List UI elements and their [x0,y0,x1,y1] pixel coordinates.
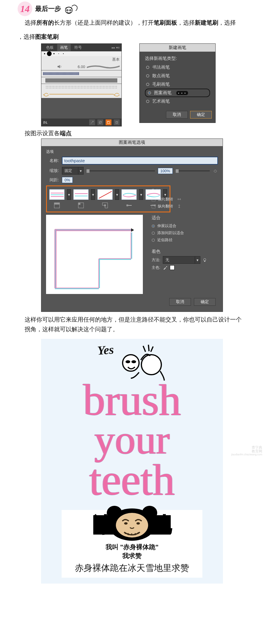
keycolor-swatch[interactable] [170,265,175,270]
tile-arrow-1[interactable]: ▾ [67,189,71,200]
brush-word-3: teeth [89,457,175,502]
paragraph-2: 这样你可以用它来应用任何的地方，但是注意路径不能交叉，你也可以自己设计一个拐角，… [25,315,246,334]
paragraph-1b: ，选择，选择 ，选择图案笔刷 [25,32,246,42]
svg-rect-17 [54,203,60,204]
radio-scatter[interactable]: 散点画笔 [145,72,210,80]
svg-rect-8 [116,122,118,124]
brush-gold-row[interactable] [41,90,121,98]
tile-arrow-4[interactable]: ▾ [139,189,143,200]
scale-mode-select[interactable]: 固定 ▾ [62,167,84,175]
brush-texture-1[interactable] [41,70,121,77]
spacing-label: 间距: [46,178,59,183]
chevron-down-icon: ▾ [78,167,84,175]
tab-symbols[interactable]: 符号 [71,44,85,51]
method-label: 方法: [152,257,160,263]
ok-button[interactable]: 确定 [190,111,212,119]
cancel-button[interactable]: 取消 [166,111,188,119]
meme-line-2: 我求赞 [122,552,142,560]
new-brush-button[interactable] [106,119,111,125]
tile-corner-out[interactable] [73,189,89,200]
svg-point-30 [141,355,161,375]
tab-swatches[interactable]: 色板 [43,44,57,51]
tile-arrow-3[interactable]: ▾ [115,189,119,200]
brush-stroke-row[interactable]: 6.00 [41,63,121,70]
brush-preview [46,215,143,294]
svg-rect-26 [204,261,205,262]
options-cancel-button[interactable]: 取消 [169,298,191,306]
face-doodle-icon [64,3,79,14]
panda-face-icon [101,504,163,542]
tile-pos-outer-icon [73,202,89,209]
artwork-canvas: Yes brush your teeth 冰天雪地 [41,339,223,584]
radio-pattern[interactable]: 图案画笔• • • [145,89,210,97]
svg-rect-21 [126,204,128,206]
flip-title: 翻转 [152,188,218,194]
brush-word-1: brush [83,378,181,422]
tab-brushes[interactable]: 画笔 [57,44,71,51]
dialog-title: 新建画笔 [140,44,215,52]
coloring-title: 着色 [152,249,218,254]
brush-word-2: your [94,419,170,461]
ellipsis-icon: • • • [176,91,188,95]
svg-point-28 [126,360,130,363]
panel-footer-label: IN. [43,120,48,125]
keycolor-label: 主色: [152,265,160,270]
chevron-down-icon: ▾ [195,256,200,264]
svg-point-1 [67,10,68,11]
scale-slider-right[interactable] [176,169,210,172]
step-title: 最后一步 [35,4,61,13]
link-icon[interactable] [213,168,218,173]
tile-pos-inner-icon [97,202,113,209]
eyedropper-icon[interactable] [163,265,167,270]
name-input[interactable] [62,157,218,165]
brush-size-strip[interactable] [41,51,121,56]
name-label: 名称: [46,158,59,163]
spacing-value[interactable]: 0% [62,177,73,183]
flip-v-checkbox[interactable]: 纵向翻转 [152,203,218,210]
flip-h-checkbox[interactable]: 横向翻转 [152,196,218,203]
pattern-brush-options-dialog: 图案画笔选项 选项 名称: 缩放: 固定 ▾ 100% [41,138,223,312]
brush-texture-3[interactable] [41,84,121,90]
fit-approx-radio[interactable]: 近似路径 [152,236,218,244]
tile-side[interactable] [49,189,65,200]
radio-calligraphy[interactable]: 书法画笔 [145,63,210,72]
flip-v-icon [177,204,181,208]
svg-rect-7 [108,121,109,122]
tile-start[interactable] [121,189,137,200]
svg-rect-20 [104,204,106,206]
options-section-label: 选项 [46,149,218,154]
tile-end[interactable] [145,189,161,200]
scale-label: 缩放: [46,168,59,173]
brushes-panel: 色板 画笔 符号 ▸▸ ▾≡ 基本 6.00 [41,43,122,126]
paragraph-endpoints: 按图示设置各端点 [25,129,246,137]
step-number: 14 [18,1,32,16]
svg-point-35 [124,522,128,525]
scale-slider[interactable] [87,169,155,172]
footer-icon-2[interactable] [97,119,103,125]
tile-corner-in[interactable] [97,189,113,200]
meme-line-3: 赤身裸体跪在冰天雪地里求赞 [75,562,189,574]
delete-brush-button[interactable] [114,119,120,125]
svg-line-15 [99,191,112,198]
new-brush-dialog: 新建画笔 选择新画笔类型: 书法画笔 散点画笔 毛刷画笔 图案画笔• • • 艺… [139,43,216,123]
fit-stretch-radio[interactable]: 伸展以适合 [152,222,218,229]
brush-basic-row[interactable]: 基本 [41,56,121,63]
radio-art[interactable]: 艺术画笔 [145,97,210,106]
options-title: 图案画笔选项 [41,139,223,146]
brush-texture-2[interactable] [41,77,121,84]
method-select[interactable]: 无 ▾ [163,256,200,264]
flip-h-icon [177,197,181,201]
options-ok-button[interactable]: 确定 [194,298,216,306]
tile-pos-side-icon [49,202,65,209]
svg-point-2 [70,10,71,11]
fit-space-radio[interactable]: 添加间距以适合 [152,229,218,236]
tile-arrow-2[interactable]: ▾ [91,189,95,200]
watermark: 查字典 教育网 jiaodianfm.chaziwang.com [231,446,262,456]
tip-icon[interactable] [203,258,207,262]
panel-menu-icon[interactable]: ▸▸ ▾≡ [112,46,120,50]
radio-bristle[interactable]: 毛刷画笔 [145,80,210,89]
scale-value[interactable]: 100% [158,168,173,174]
footer-icon-1[interactable] [89,119,95,125]
speaker-icon [43,64,76,69]
svg-point-29 [131,360,136,363]
